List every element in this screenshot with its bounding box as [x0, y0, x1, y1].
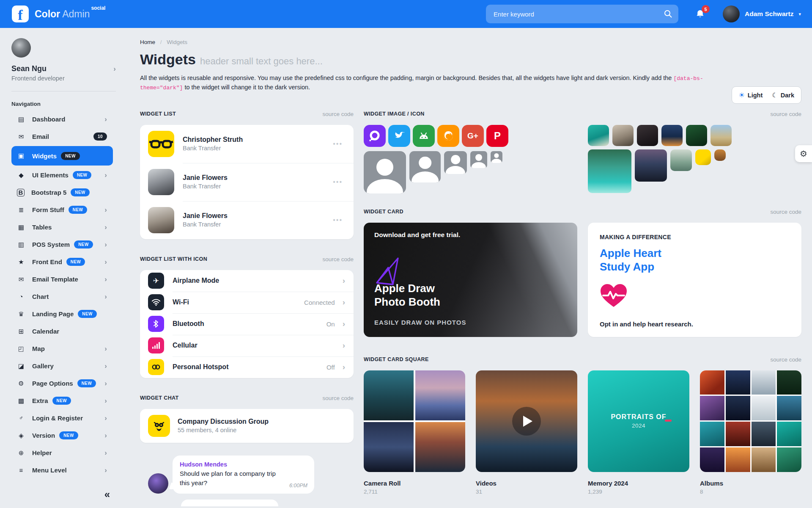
sidebar-item-pos-system[interactable]: ▥ POS System NEW ›	[11, 236, 113, 253]
facebook-logo-icon[interactable]: f	[12, 6, 29, 22]
list-item[interactable]: ✈ Airplane Mode ›	[140, 270, 354, 292]
avatar	[148, 169, 174, 195]
android-icon[interactable]	[413, 125, 435, 147]
photo-thumbnail[interactable]	[686, 125, 707, 146]
sidebar-item-widgets[interactable]: ▣ Widgets NEW	[11, 146, 113, 166]
sidebar-item-gallery[interactable]: ◪ Gallery ›	[11, 357, 113, 375]
sidebar-item-front-end[interactable]: ★ Front End NEW ›	[11, 253, 113, 271]
pinterest-icon[interactable]: P	[486, 125, 508, 147]
sidebar-item-email-template[interactable]: ✉ Email Template ›	[11, 271, 113, 288]
chat-group-card[interactable]: Company Discussion Group 55 members, 4 o…	[140, 409, 354, 443]
source-code-link[interactable]: source code	[770, 111, 801, 117]
album-grid-card[interactable]	[700, 370, 801, 472]
play-button[interactable]	[512, 407, 541, 436]
sidebar-item-form-stuff[interactable]: ≣ Form Stuff NEW ›	[11, 201, 113, 218]
avatar	[148, 131, 174, 157]
source-code-link[interactable]: source code	[322, 256, 354, 262]
sidebar-item-extra[interactable]: ▩ Extra NEW ›	[11, 392, 113, 409]
sidebar-item-email[interactable]: ✉ Email 10	[11, 128, 113, 145]
source-code-link[interactable]: source code	[770, 209, 801, 215]
sun-icon: ☀	[739, 91, 745, 99]
search-input[interactable]	[486, 5, 678, 23]
chevron-right-icon: ›	[104, 362, 107, 370]
sidebar-item-helper[interactable]: ⊕ Helper ›	[11, 444, 113, 461]
wifi-icon	[148, 294, 164, 310]
digitalocean-icon[interactable]	[364, 125, 386, 147]
star-icon: ★	[17, 258, 25, 266]
sidebar-item-chart[interactable]: ◔ Chart ›	[11, 288, 113, 305]
photo-thumbnail[interactable]	[612, 125, 634, 146]
profile-avatar[interactable]	[11, 38, 31, 58]
sidebar-item-page-options[interactable]: ⚙ Page Options NEW ›	[11, 375, 113, 392]
widget-list-card: Christopher Struth Bank Transfer ••• Jan…	[140, 125, 354, 239]
sidebar-item-menu-level[interactable]: ≡ Menu Level ›	[11, 461, 113, 479]
photo-thumbnail[interactable]	[695, 149, 711, 165]
person-placeholder-icon[interactable]	[491, 151, 502, 163]
sidebar-item-tables[interactable]: ▦ Tables ›	[11, 218, 113, 236]
list-item[interactable]: Janie Flowers Bank Transfer •••	[140, 201, 354, 239]
search-icon[interactable]	[664, 9, 672, 18]
user-menu[interactable]: Adam Schwartz ▾	[723, 6, 801, 22]
more-options-icon[interactable]: •••	[333, 216, 343, 224]
photo-thumbnail	[415, 370, 465, 420]
list-item[interactable]: Bluetooth On ›	[140, 313, 354, 335]
promo-card[interactable]: Download and get free trial. Apple Draw …	[364, 223, 577, 337]
sidebar-item-login-register[interactable]: ♀ Login & Register ›	[11, 409, 113, 427]
person-placeholder-icon[interactable]	[409, 151, 441, 182]
chevron-right-icon[interactable]: ›	[113, 65, 116, 73]
new-badge: NEW	[61, 152, 80, 160]
sidebar-item-bootstrap5[interactable]: B Bootstrap 5 NEW	[11, 184, 113, 201]
list-item[interactable]: Cellular ›	[140, 335, 354, 356]
sidebar-collapse-icon[interactable]: «	[104, 489, 110, 500]
photo-thumbnail[interactable]	[710, 125, 732, 146]
source-code-link[interactable]: source code	[322, 395, 354, 401]
sidebar-item-calendar[interactable]: ⊞ Calendar	[11, 323, 113, 340]
memory-card[interactable]: PORTRAITS OF 2024	[588, 370, 689, 472]
list-item[interactable]: Personal Hotspot Off ›	[140, 356, 354, 378]
sidebar-item-version[interactable]: ◈ Version NEW ›	[11, 427, 113, 444]
sidebar-item-ui-elements[interactable]: ◆ UI Elements NEW ›	[11, 166, 113, 184]
theme-panel-button[interactable]: ⚙	[795, 145, 812, 162]
user-avatar	[723, 6, 740, 22]
sidebar-item-map[interactable]: ◰ Map ›	[11, 340, 113, 357]
more-options-icon[interactable]: •••	[333, 140, 343, 148]
photo-thumbnail[interactable]	[588, 149, 631, 193]
photo-grid-card[interactable]	[364, 370, 465, 472]
count-badge: 10	[93, 133, 107, 141]
dark-mode-button[interactable]: ☾ Dark	[772, 91, 794, 99]
person-placeholder-icon[interactable]	[470, 151, 487, 168]
photo-thumbnail[interactable]	[588, 125, 609, 146]
photo-thumbnail[interactable]	[637, 125, 658, 146]
new-badge: NEW	[59, 431, 78, 439]
list-item[interactable]: Christopher Struth Bank Transfer •••	[140, 125, 354, 163]
widget-image-header: WIDGET IMAGE / ICON source code	[364, 111, 801, 117]
google-plus-icon[interactable]: G+	[462, 125, 484, 147]
sidebar-item-landing-page[interactable]: ♛ Landing Page NEW	[11, 305, 113, 323]
firefox-icon[interactable]	[437, 125, 459, 147]
source-code-link[interactable]: source code	[322, 111, 354, 117]
video-card[interactable]	[476, 370, 577, 472]
chevron-right-icon: ›	[104, 206, 107, 214]
photo-thumbnail[interactable]	[661, 125, 683, 146]
avatar	[148, 473, 168, 494]
sidebar-item-dashboard[interactable]: ▤ Dashboard ›	[11, 110, 113, 128]
photo-thumbnail[interactable]	[635, 149, 667, 182]
chevron-right-icon: ›	[104, 431, 107, 440]
info-card[interactable]: MAKING A DIFFERENCE Apple Heart Study Ap…	[588, 223, 801, 337]
profile-name[interactable]: Sean Ngu	[11, 64, 113, 73]
brand-title[interactable]: Color Adminsocial	[35, 8, 104, 20]
list-item[interactable]: Wi-Fi Connected ›	[140, 292, 354, 313]
person-placeholder-icon[interactable]	[444, 151, 467, 174]
breadcrumb: Home / Widgets	[140, 39, 801, 45]
photo-thumbnail[interactable]	[670, 149, 692, 171]
person-placeholder-icon[interactable]	[364, 151, 406, 193]
light-mode-button[interactable]: ☀ Light	[739, 91, 763, 99]
more-options-icon[interactable]: •••	[333, 178, 343, 186]
breadcrumb-home[interactable]: Home	[140, 39, 155, 45]
twitter-icon[interactable]	[388, 125, 410, 147]
source-code-link[interactable]: source code	[770, 356, 801, 363]
notifications-button[interactable]: 5	[695, 9, 705, 19]
list-item[interactable]: Janie Flowers Bank Transfer •••	[140, 163, 354, 201]
widget-card-square-header: WIDGET CARD SQUARE source code	[364, 356, 801, 363]
photo-thumbnail[interactable]	[714, 149, 726, 161]
